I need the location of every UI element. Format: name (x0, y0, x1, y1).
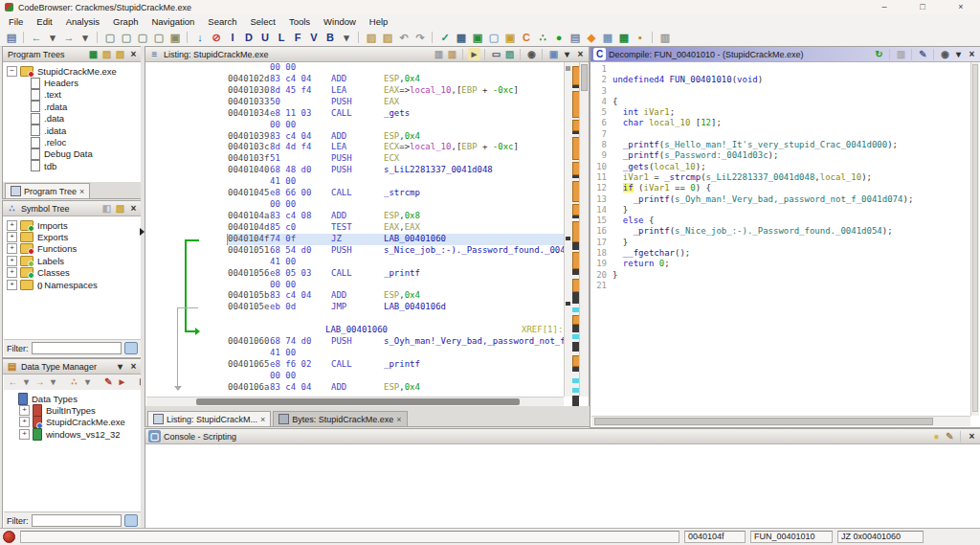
save-icon[interactable]: ▤ (4, 31, 19, 45)
tree-expander[interactable]: + (7, 232, 17, 242)
bookmark-delete-icon[interactable]: ▨ (380, 31, 395, 45)
overview-marker[interactable] (566, 66, 570, 71)
tree-expander[interactable]: + (19, 405, 30, 416)
overview-marker[interactable] (566, 302, 570, 306)
listing-row[interactable]: 00 00 (146, 371, 564, 382)
overview-marker[interactable] (572, 175, 579, 178)
listing-row[interactable]: 0040104068 48 d0PUSHs_LiL2281337_0041d04… (146, 165, 564, 176)
decompile-horizontal-scrollbar[interactable] (591, 416, 970, 426)
dtm-back-icon[interactable]: ← (7, 376, 19, 389)
menu-file[interactable]: File (2, 16, 30, 27)
symbol-tree-icon[interactable]: ∴ (6, 202, 18, 215)
overview-marker[interactable] (572, 378, 579, 383)
tree-node--reloc[interactable]: .reloc (4, 136, 141, 148)
run-script-icon[interactable]: ● (551, 31, 567, 45)
listing-row[interactable]: 0040103f51PUSHECX (146, 153, 564, 165)
snapshot-tool-icon[interactable]: ▥ (657, 31, 673, 45)
back-dropdown-icon[interactable]: ▾ (45, 31, 60, 45)
function-f-icon[interactable]: F (290, 31, 305, 45)
tree-expander[interactable]: + (19, 417, 30, 427)
tree-node-imports[interactable]: +Imports (4, 219, 141, 231)
tab-close-icon[interactable]: × (79, 187, 84, 196)
dropdown-icon[interactable]: ▾ (114, 360, 126, 373)
letters-dropdown-icon[interactable]: ▾ (339, 31, 354, 45)
filter-options-icon[interactable] (124, 342, 138, 354)
decompile-line[interactable]: 21 (595, 281, 970, 291)
decompile-line[interactable]: 19 return 0; (595, 259, 970, 269)
menu-analysis[interactable]: Analysis (59, 16, 106, 27)
tree-node-functions[interactable]: +Functions (4, 243, 141, 255)
decompile-line[interactable]: 10 _gets(local_10); (595, 162, 970, 172)
decompile-line[interactable]: 12 if (iVar1 == 0) { (595, 183, 970, 193)
pin-icon[interactable]: ◧ (100, 202, 113, 215)
decompile-line[interactable]: 14 } (595, 205, 970, 216)
listing-row[interactable]: 00401056e8 05 03CALL_printf (146, 268, 564, 280)
undefine-u-icon[interactable]: U (257, 31, 273, 45)
tab-bytes-stupidcrackme-exe[interactable]: Bytes: StupidCrackMe.exe× (273, 411, 407, 426)
menu-window[interactable]: Window (317, 16, 363, 27)
listing-row[interactable]: 0040105168 54 d0PUSHs_Nice_job_:-)._Pass… (146, 245, 564, 257)
bookmark-icon[interactable]: ▨ (364, 31, 379, 45)
listing-row[interactable]: 0040103350PUSHEAX (146, 97, 564, 108)
tree-expander[interactable]: + (7, 280, 17, 290)
dtm-forward-icon[interactable]: → (33, 376, 46, 389)
listing-row[interactable]: 00401034e8 11 03CALL_gets (146, 108, 564, 120)
decompile-line[interactable]: 8 _printf(s_Hello_man!_It's_very_stupid_… (595, 140, 970, 150)
tree-node-stupidcrackme-exe[interactable]: +StupidCrackMe.exe (4, 417, 141, 428)
tree-node-labels[interactable]: +Labels (4, 255, 141, 266)
decompile-line[interactable]: 18 __fgetchar(); (595, 248, 970, 259)
overview-marker[interactable] (572, 342, 579, 352)
decompile-line[interactable]: 6 char local_10 [12]; (595, 118, 970, 128)
copy-icon[interactable]: ▥ (433, 48, 445, 60)
menu-search[interactable]: Search (201, 16, 243, 27)
menu-graph[interactable]: Graph (106, 16, 145, 27)
listing-row[interactable]: 00401065e8 f6 02CALL_printf (146, 359, 564, 371)
scrollbar-thumb[interactable] (581, 64, 588, 91)
dtm-layout-dropdown-icon[interactable]: ▾ (81, 376, 94, 389)
close-icon[interactable]: × (966, 48, 978, 60)
dtm-filter-input[interactable] (32, 514, 122, 527)
overview-marker[interactable] (572, 131, 579, 134)
decompile-line[interactable]: 20} (595, 270, 970, 281)
data-d-icon[interactable]: D (241, 31, 256, 45)
cursor-location-icon[interactable]: ► (468, 48, 480, 60)
paste-special-icon[interactable]: ▣ (167, 31, 183, 45)
field-editor-icon[interactable]: ▣ (547, 48, 560, 60)
overview-marker[interactable] (572, 325, 579, 332)
forward-icon[interactable]: → (61, 31, 77, 45)
diamond-icon[interactable]: ◆ (584, 31, 599, 45)
decompiler-toolbar-icon[interactable]: ▣ (470, 31, 485, 45)
menu-edit[interactable]: Edit (30, 16, 58, 27)
margin-toggle-icon[interactable]: ▨ (503, 48, 516, 60)
import-folder-icon[interactable]: ▧ (114, 202, 126, 215)
console-icon[interactable]: ▢ (148, 430, 161, 443)
listing-horizontal-scrollbar[interactable] (146, 397, 564, 406)
decompile-vertical-scrollbar[interactable] (970, 62, 979, 416)
tree-node-tdb[interactable]: tdb (4, 160, 141, 171)
tree-node-headers[interactable]: Headers (4, 77, 141, 88)
tree-expander[interactable]: − (7, 66, 17, 77)
register-icon[interactable]: ▪ (633, 31, 648, 45)
listing-row[interactable]: 0040106a83 c4 04ADDESP,0x4 (146, 382, 564, 394)
filter-arrays-off-icon[interactable]: ✎ (102, 376, 115, 389)
clear-console-icon[interactable]: ✎ (944, 430, 956, 443)
forward-dropdown-icon[interactable]: ▾ (78, 31, 93, 45)
listing-row[interactable]: 0040102d83 c4 04ADDESP,0x4 (146, 74, 564, 85)
maximize-button[interactable]: □ (903, 0, 942, 14)
overview-marker[interactable] (572, 307, 579, 312)
listing-row[interactable]: 0040103c8d 4d f4LEAECX=>local_10,[EBP + … (146, 142, 564, 153)
close-icon[interactable]: × (127, 202, 140, 215)
overview-marker[interactable] (572, 367, 579, 372)
listing-row[interactable]: 0040105b83 c4 04ADDESP,0x4 (146, 290, 564, 302)
overview-marker[interactable] (566, 237, 570, 240)
table-add-icon[interactable]: ▦ (616, 31, 632, 45)
byte-viewer-icon[interactable]: ▦ (454, 31, 469, 45)
listing-row[interactable]: 41 00 (146, 176, 564, 188)
tree-node-data-types[interactable]: Data Types (4, 393, 141, 404)
instruction-i-icon[interactable]: I (225, 31, 240, 45)
close-button[interactable]: × (942, 0, 980, 14)
listing-vertical-scrollbar[interactable] (579, 62, 589, 397)
display-icon[interactable]: ▢ (486, 31, 501, 45)
pointer-down-icon[interactable]: ↓ (192, 31, 208, 45)
refresh-icon[interactable]: ↻ (873, 48, 885, 60)
